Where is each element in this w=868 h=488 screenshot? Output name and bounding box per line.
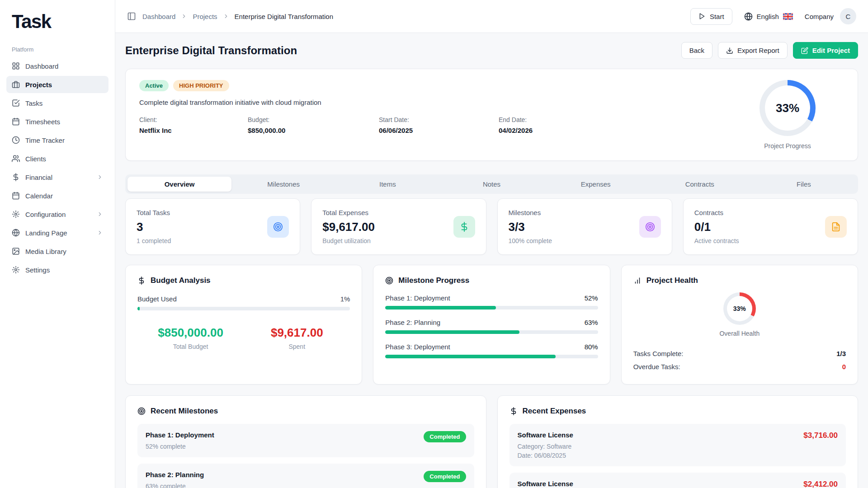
- image-icon: [12, 247, 20, 255]
- gear-icon: [12, 266, 20, 274]
- sidebar-item-dashboard[interactable]: Dashboard: [6, 57, 108, 75]
- priority-badge: HIGH PRIORITY: [173, 80, 229, 91]
- sidebar-item-time-tracker[interactable]: Time Tracker: [6, 131, 108, 149]
- tab-items[interactable]: Items: [335, 177, 439, 192]
- budget-used-bar: [137, 307, 350, 310]
- project-health-card: Project Health 33% Overall Health Tasks …: [621, 265, 858, 385]
- tab-overview[interactable]: Overview: [127, 177, 231, 192]
- language-selector[interactable]: English: [744, 12, 793, 21]
- recent-expenses-title: Recent Expenses: [523, 407, 586, 416]
- target-icon: [385, 277, 393, 285]
- milestone-progress-card: Milestone Progress Phase 1: Deployment 5…: [373, 265, 610, 385]
- start-button[interactable]: Start: [690, 8, 732, 25]
- sidebar-item-label: Timesheets: [25, 118, 60, 126]
- tab-files[interactable]: Files: [752, 177, 856, 192]
- project-progress-ring: 33%: [760, 80, 816, 136]
- budget-used-pct: 1%: [340, 295, 350, 303]
- sidebar-item-label: Projects: [25, 81, 52, 89]
- breadcrumb: Dashboard Projects Enterprise Digital Tr…: [142, 13, 333, 20]
- tab-contracts[interactable]: Contracts: [648, 177, 752, 192]
- dollar-icon: [137, 277, 146, 285]
- sidebar: Task Platform Dashboard Projects Tasks T…: [0, 0, 115, 488]
- budget-used-label: Budget Used: [137, 295, 177, 303]
- company-label: Company: [805, 13, 834, 20]
- chevron-right-icon: [97, 211, 103, 217]
- dollar-icon: [509, 407, 518, 415]
- milestone-bar: [385, 306, 598, 310]
- start-button-label: Start: [710, 13, 724, 20]
- target-icon: [137, 407, 146, 415]
- sidebar-item-clients[interactable]: Clients: [6, 150, 108, 167]
- milestone-bar: [385, 330, 598, 334]
- dollar-icon: [12, 173, 20, 181]
- field-end-date: End Date: 04/02/2026: [499, 116, 731, 134]
- milestone-bar: [385, 355, 598, 358]
- tab-notes[interactable]: Notes: [439, 177, 543, 192]
- sidebar-item-label: Time Tracker: [25, 136, 65, 144]
- sidebar-item-financial[interactable]: Financial: [6, 169, 108, 186]
- budget-analysis-title: Budget Analysis: [151, 276, 211, 285]
- gear-icon: [12, 210, 20, 218]
- project-progress-label: Project Progress: [764, 142, 811, 150]
- recent-milestones-title: Recent Milestones: [151, 407, 218, 416]
- edit-project-button[interactable]: Edit Project: [793, 42, 858, 59]
- field-client: Client: Netflix Inc: [139, 116, 248, 134]
- expense-amount: $3,716.00: [803, 431, 838, 440]
- sidebar-item-calendar[interactable]: Calendar: [6, 187, 108, 204]
- expense-list-item: Software License Category: Software Date…: [509, 424, 846, 466]
- sidebar-item-projects[interactable]: Projects: [6, 76, 108, 93]
- budget-analysis-card: Budget Analysis Budget Used 1% $850,000.…: [125, 265, 362, 385]
- project-health-title: Project Health: [646, 276, 698, 285]
- back-button-label: Back: [689, 47, 704, 54]
- status-badge: Active: [139, 80, 169, 91]
- page-title: Enterprise Digital Transformation: [125, 44, 297, 57]
- expense-amount: $2,412.00: [803, 480, 838, 488]
- project-progress-value: 33%: [776, 101, 799, 115]
- spent-block: $9,617.00 Spent: [244, 326, 350, 350]
- breadcrumb-projects[interactable]: Projects: [193, 13, 217, 20]
- breadcrumb-current: Enterprise Digital Transformation: [235, 13, 333, 20]
- sidebar-toggle-icon[interactable]: [127, 12, 136, 21]
- project-summary-card: Active HIGH PRIORITY Complete digital tr…: [125, 69, 858, 161]
- sidebar-item-label: Tasks: [25, 99, 42, 107]
- dollar-icon: [453, 216, 475, 238]
- recent-milestones-card: Recent Milestones Phase 1: Deployment 52…: [125, 395, 486, 488]
- edit-project-label: Edit Project: [812, 47, 850, 54]
- field-start-date: Start Date: 06/06/2025: [379, 116, 499, 134]
- chevron-right-icon: [97, 230, 103, 236]
- health-gauge-ring: 33%: [723, 292, 756, 325]
- milestone-list-item: Phase 1: Deployment 52% complete Complet…: [137, 424, 474, 457]
- tab-expenses[interactable]: Expenses: [544, 177, 648, 192]
- platform-section-label: Platform: [6, 44, 108, 57]
- sidebar-item-label: Dashboard: [25, 62, 58, 70]
- avatar[interactable]: C: [840, 8, 856, 24]
- company-menu: Company C: [805, 8, 856, 24]
- health-row-tasks-complete: Tasks Complete: 1/3: [633, 347, 846, 360]
- sidebar-item-label: Financial: [25, 174, 52, 181]
- sidebar-item-tasks[interactable]: Tasks: [6, 94, 108, 112]
- milestone-progress-title: Milestone Progress: [398, 276, 469, 285]
- sidebar-item-configuration[interactable]: Configuration: [6, 206, 108, 223]
- sidebar-item-label: Clients: [25, 155, 46, 163]
- sidebar-item-media-library[interactable]: Media Library: [6, 243, 108, 260]
- project-tabs: Overview Milestones Items Notes Expenses…: [125, 174, 858, 194]
- health-gauge-label: Overall Health: [719, 330, 760, 337]
- stat-card-contracts: Contracts 0/1 Active contracts: [683, 198, 858, 255]
- health-gauge-value: 33%: [733, 305, 746, 312]
- back-button[interactable]: Back: [681, 42, 712, 59]
- app-root: Task Platform Dashboard Projects Tasks T…: [0, 0, 868, 488]
- app-logo: Task: [6, 8, 108, 44]
- sidebar-item-timesheets[interactable]: Timesheets: [6, 113, 108, 130]
- grid-icon: [12, 62, 20, 70]
- sidebar-item-settings[interactable]: Settings: [6, 261, 108, 278]
- breadcrumb-dashboard[interactable]: Dashboard: [142, 13, 175, 20]
- tab-milestones[interactable]: Milestones: [231, 177, 335, 192]
- export-report-button[interactable]: Export Report: [718, 42, 788, 59]
- field-budget: Budget: $850,000.00: [248, 116, 379, 134]
- recent-expenses-card: Recent Expenses Software License Categor…: [497, 395, 859, 488]
- expense-list-item: Software License $2,412.00: [509, 473, 846, 488]
- milestone-list-item: Phase 2: Planning 63% complete Completed: [137, 464, 474, 488]
- briefcase-icon: [12, 80, 20, 89]
- sidebar-item-landing-page[interactable]: Landing Page: [6, 224, 108, 241]
- chevron-right-icon: [97, 174, 103, 180]
